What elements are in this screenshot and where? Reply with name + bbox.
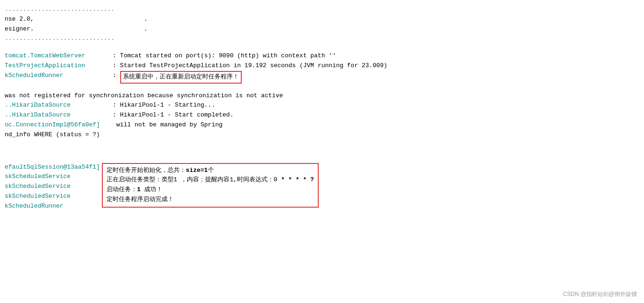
ms4-text: skScheduledService bbox=[5, 192, 96, 202]
hikari-1-message: : HikariPool-1 - Starting... bbox=[113, 101, 215, 110]
esigner-text: esigner. . bbox=[5, 24, 147, 34]
log-line-conn: oc.ConnectionImpl@56fa0ef] will not be m… bbox=[5, 120, 639, 130]
log-line-hikari-1: ..HikariDataSource : HikariPool-1 - Star… bbox=[5, 101, 639, 110]
box-text-4: 定时任务程序启动完成！ bbox=[107, 195, 174, 205]
multiline-source-3: skScheduledService bbox=[5, 182, 100, 192]
spacer-5 bbox=[5, 155, 639, 163]
scheduler-1-highlight: 系统重启中，正在重新启动定时任务程序！ bbox=[120, 71, 242, 84]
log-line-nse: nse 2.0, . bbox=[5, 15, 639, 24]
multiline-source-2: skScheduledService bbox=[5, 172, 100, 182]
testproject-message: : Started TestProjectApplication in 19.1… bbox=[113, 61, 387, 71]
box-line-4: 定时任务程序启动完成！ bbox=[107, 195, 314, 205]
console-container: .............................. nse 2.0, … bbox=[0, 0, 644, 303]
testproject-source: TestProjectApplication bbox=[5, 61, 113, 71]
hikari-2-source: ..HikariDataSource bbox=[5, 110, 113, 120]
nse-text: nse 2.0, . bbox=[5, 15, 147, 24]
watermark: CSDN @指虾始刽@彻外旋镖 bbox=[563, 290, 637, 298]
tomcat-source: tomcat.TomcatWebServer bbox=[5, 51, 113, 61]
ms2-text: skScheduledService bbox=[5, 172, 96, 182]
log-line-sync: was not registered for synchronization b… bbox=[5, 91, 639, 101]
box-text-2: 正在启动任务类型：类型1 ，内容：提醒内容1,时间表达式：0 * * * * ? bbox=[107, 175, 314, 185]
log-line-dots-2: .............................. bbox=[5, 34, 639, 44]
log-line-dots-1: .............................. bbox=[5, 5, 639, 15]
multiline-section: efaultSqlSession@13aa54f1] skScheduledSe… bbox=[5, 163, 639, 211]
watermark-text: CSDN @指虾始刽@彻外旋镖 bbox=[563, 291, 637, 297]
log-line-esigner: esigner. . bbox=[5, 24, 639, 34]
spacer-1 bbox=[5, 44, 639, 51]
multiline-source-4: skScheduledService bbox=[5, 192, 100, 202]
hikari-1-source: ..HikariDataSource bbox=[5, 101, 113, 110]
box-text-1: 定时任务开始初始化，总共：size=1个 bbox=[107, 166, 214, 176]
log-area: .............................. nse 2.0, … bbox=[0, 5, 644, 211]
box-line-3: 启动任务：1 成功！ bbox=[107, 185, 314, 195]
scheduler-1-message-prefix: : bbox=[113, 71, 120, 81]
spacer-4 bbox=[5, 148, 639, 155]
box-line-2: 正在启动任务类型：类型1 ，内容：提醒内容1,时间表达式：0 * * * * ? bbox=[107, 175, 314, 185]
box-text-3: 启动任务：1 成功！ bbox=[107, 185, 163, 195]
spacer-2 bbox=[5, 84, 639, 91]
multiline-sources: efaultSqlSession@13aa54f1] skScheduledSe… bbox=[5, 163, 100, 211]
ndinfo-text: nd_info WHERE (status = ?) bbox=[5, 130, 100, 140]
multiline-highlight-box: 定时任务开始初始化，总共：size=1个 正在启动任务类型：类型1 ，内容：提醒… bbox=[102, 163, 319, 208]
box-line-1: 定时任务开始初始化，总共：size=1个 bbox=[107, 166, 314, 176]
conn-message: will not be managed by Spring bbox=[113, 120, 222, 130]
multiline-source-1: efaultSqlSession@13aa54f1] bbox=[5, 163, 100, 172]
log-line-testproject: TestProjectApplication : Started TestPro… bbox=[5, 61, 639, 71]
hikari-2-message: : HikariPool-1 - Start completed. bbox=[113, 110, 233, 120]
log-line-tomcat: tomcat.TomcatWebServer : Tomcat started … bbox=[5, 51, 639, 61]
ms1-text: efaultSqlSession@13aa54f1] bbox=[5, 163, 100, 172]
dots-text-1: .............................. bbox=[5, 5, 115, 15]
log-line-hikari-2: ..HikariDataSource : HikariPool-1 - Star… bbox=[5, 110, 639, 120]
spacer-3 bbox=[5, 140, 639, 148]
multiline-source-5: kScheduledRunner bbox=[5, 202, 100, 211]
ms3-text: skScheduledService bbox=[5, 182, 96, 192]
scheduler-1-source: kScheduledRunner bbox=[5, 71, 113, 81]
ms5-text: kScheduledRunner bbox=[5, 202, 96, 211]
tomcat-message: : Tomcat started on port(s): 9090 (http)… bbox=[113, 51, 336, 61]
sync-text: was not registered for synchronization b… bbox=[5, 91, 283, 101]
log-line-scheduler-1: kScheduledRunner : 系统重启中，正在重新启动定时任务程序！ bbox=[5, 71, 639, 84]
dots-text-2: .............................. bbox=[5, 34, 115, 44]
log-line-ndinfo: nd_info WHERE (status = ?) bbox=[5, 130, 639, 140]
conn-source: oc.ConnectionImpl@56fa0ef] bbox=[5, 120, 113, 130]
